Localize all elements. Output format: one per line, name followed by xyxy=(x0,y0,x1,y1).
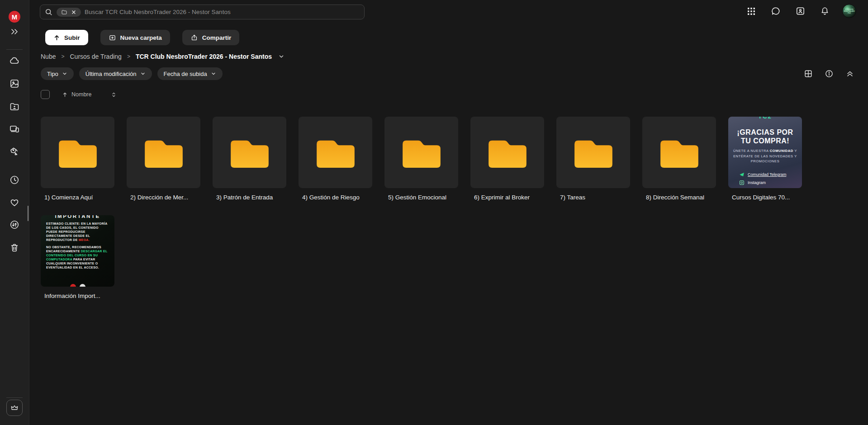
folder-item[interactable]: 8) Dirección Semanal xyxy=(642,117,716,201)
filter-last-modified[interactable]: Última modificación xyxy=(79,67,152,80)
filter-type[interactable]: Tipo xyxy=(41,67,74,80)
file-name: Información Import... xyxy=(41,293,114,299)
chevron-down-icon xyxy=(62,71,67,76)
thumbnail-title: ¡GRACIAS POR TU COMPRA! xyxy=(733,128,797,145)
filter-upload-date[interactable]: Fecha de subida xyxy=(157,67,223,80)
clear-scope-icon[interactable] xyxy=(71,9,76,15)
sidebar-item-devices[interactable] xyxy=(6,121,23,137)
breadcrumb-current[interactable]: TCR Club NesbroTrader 2026 - Nestor Sant… xyxy=(136,53,272,60)
notifications-button[interactable] xyxy=(818,5,831,18)
search-bar[interactable] xyxy=(40,5,365,19)
folder-tile[interactable] xyxy=(41,117,114,188)
breadcrumb-parent[interactable]: Cursos de Trading xyxy=(70,53,121,60)
devices-icon xyxy=(9,123,20,134)
chevron-down-icon xyxy=(211,71,216,76)
folder-item[interactable]: 6) Exprimir al Broker xyxy=(470,117,544,201)
folder-tile[interactable] xyxy=(556,117,630,188)
upgrade-pro-button[interactable] xyxy=(6,400,23,416)
folder-icon xyxy=(316,137,355,168)
topbar: CURSOS DIGITALES 701 xyxy=(29,0,868,24)
image-item-cursos-digitales[interactable]: TC2 ¡GRACIAS POR TU COMPRA! ÚNETE A NUES… xyxy=(728,117,802,201)
folder-tile[interactable] xyxy=(127,117,200,188)
folder-name: 6) Exprimir al Broker xyxy=(470,194,544,201)
chat-button[interactable] xyxy=(769,5,783,18)
sort-direction-toggle[interactable] xyxy=(111,92,117,98)
image-thumbnail[interactable]: IMPORTANTE ESTIMADO CLIENTE: EN LA MAYOR… xyxy=(41,215,114,287)
image-item-informacion-importante[interactable]: IMPORTANTE ESTIMADO CLIENTE: EN LA MAYOR… xyxy=(41,215,114,299)
breadcrumb-separator: > xyxy=(61,53,64,60)
new-folder-button[interactable]: Nueva carpeta xyxy=(100,30,170,45)
sidebar-divider xyxy=(6,49,23,50)
sidebar-item-favourites[interactable] xyxy=(6,194,23,211)
chat-icon xyxy=(771,6,781,16)
select-all-checkbox[interactable] xyxy=(41,90,50,99)
sidebar-item-rubbish-bin[interactable] xyxy=(6,240,23,256)
breadcrumb-root[interactable]: Nube xyxy=(41,53,56,60)
double-chevron-right-icon xyxy=(10,27,19,36)
folder-tile[interactable] xyxy=(213,117,286,188)
cloud-icon xyxy=(9,56,20,66)
breadcrumb: Nube > Cursos de Trading > TCR Club Nesb… xyxy=(41,53,285,60)
sidebar-item-photos[interactable] xyxy=(6,76,23,92)
folder-name: 2) Dirección de Mer... xyxy=(127,194,200,201)
info-panel-button[interactable] xyxy=(823,67,835,80)
filter-last-modified-label: Última modificación xyxy=(85,71,137,77)
sidebar-item-cloud-drive[interactable] xyxy=(6,53,23,69)
folder-icon xyxy=(61,9,67,15)
image-thumbnail[interactable]: TC2 ¡GRACIAS POR TU COMPRA! ÚNETE A NUES… xyxy=(728,117,802,188)
thumbnail-heading: IMPORTANTE xyxy=(46,215,109,219)
contact-card-icon xyxy=(795,6,806,16)
sidebar-scrollbar[interactable] xyxy=(28,206,28,221)
search-input[interactable] xyxy=(85,9,360,15)
crown-icon xyxy=(10,403,19,412)
search-scope-chip[interactable] xyxy=(57,8,81,17)
red-circle-icon xyxy=(70,284,76,287)
expand-sidebar-button[interactable] xyxy=(6,24,23,40)
view-controls xyxy=(802,67,856,80)
account-avatar[interactable]: CURSOS DIGITALES 701 xyxy=(842,4,856,18)
share-button-label: Compartir xyxy=(202,34,232,41)
folder-name: 8) Dirección Semanal xyxy=(642,194,716,201)
sidebar-item-transfers[interactable] xyxy=(6,217,23,233)
sort-by-name[interactable]: Nombre xyxy=(62,91,91,98)
folder-item[interactable]: 1) Comienza Aquí xyxy=(41,117,114,201)
mega-logo[interactable]: M xyxy=(6,9,23,25)
folder-tile[interactable] xyxy=(384,117,458,188)
folder-tile[interactable] xyxy=(470,117,544,188)
folder-icon xyxy=(144,137,183,168)
thumbnail-logo-fragment: TC2 xyxy=(758,117,772,121)
shared-folder-icon xyxy=(9,101,20,112)
upload-button-label: Subir xyxy=(64,34,80,41)
share-button[interactable]: Compartir xyxy=(182,30,240,45)
folder-item[interactable]: 4) Gestión de Riesgo xyxy=(299,117,372,201)
clock-icon xyxy=(9,175,20,185)
sidebar-item-tags[interactable] xyxy=(6,143,23,160)
bell-icon xyxy=(820,6,830,16)
folder-item[interactable]: 3) Patrón de Entrada xyxy=(213,117,286,201)
apps-menu-button[interactable] xyxy=(745,5,758,18)
folder-icon xyxy=(230,137,269,168)
grid-view-button[interactable] xyxy=(802,67,815,80)
upload-button[interactable]: Subir xyxy=(45,30,88,45)
folder-name: 1) Comienza Aquí xyxy=(41,194,114,201)
folder-item[interactable]: 7) Tareas xyxy=(556,117,630,201)
telegram-icon xyxy=(739,172,745,177)
contacts-button[interactable] xyxy=(793,5,807,18)
folder-tile[interactable] xyxy=(299,117,372,188)
collapse-header-button[interactable] xyxy=(844,67,856,80)
folder-item[interactable]: 2) Dirección de Mer... xyxy=(127,117,200,201)
folder-icon xyxy=(402,137,441,168)
apps-grid-icon xyxy=(746,6,756,16)
folder-item[interactable]: 5) Gestión Emocional xyxy=(384,117,458,201)
folder-tile[interactable] xyxy=(642,117,716,188)
image-icon xyxy=(9,78,20,89)
trash-icon xyxy=(9,242,20,253)
sidebar-item-shared[interactable] xyxy=(6,99,23,115)
heart-icon xyxy=(9,197,20,208)
file-grid: 1) Comienza Aquí 2) Dirección de Mer... … xyxy=(41,117,802,299)
sidebar-item-recents[interactable] xyxy=(6,172,23,188)
breadcrumb-menu-button[interactable] xyxy=(278,53,285,60)
thumbnail-subtitle: ÚNETE A NUESTRA COMUNIDAD Y ENTÉRATE DE … xyxy=(733,148,797,164)
tag-pencil-icon xyxy=(9,146,20,157)
instagram-link: Instagram xyxy=(739,180,797,185)
